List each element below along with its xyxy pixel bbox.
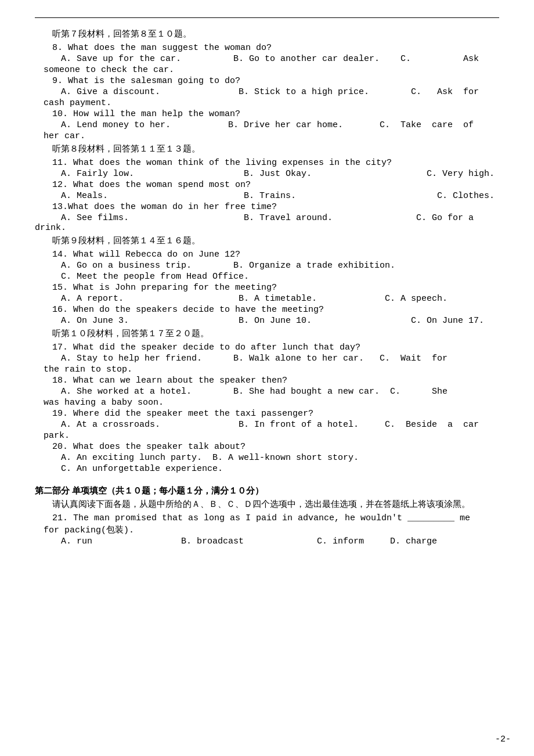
question-12-options: A. Meals. B. Trains. C. Clothes. (35, 191, 499, 201)
question-18-options: A. She worked at a hotel. B. She had bou… (35, 387, 499, 397)
question-13: 13.What does the woman do in her free ti… (35, 202, 499, 212)
question-16-options: A. On June 3. B. On June 10. C. On June … (35, 316, 499, 326)
question-14-options-row1: A. Go on a business trip. B. Organize a … (35, 261, 499, 271)
top-divider (35, 17, 499, 18)
question-10-options: A. Lend money to her. B. Drive her car h… (35, 120, 499, 130)
question-17-options: A. Stay to help her friend. B. Walk alon… (35, 354, 499, 363)
question-15: 15. What is John preparing for the meeti… (35, 283, 499, 293)
question-14: 14. What will Rebecca do on June 12? (35, 250, 499, 260)
question-21-cont: for packing(包装). (35, 524, 499, 535)
question-18-cont: was having a baby soon. (35, 398, 499, 408)
question-19-cont: park. (35, 431, 499, 441)
question-20-options-row2: C. An unforgettable experience. (35, 464, 499, 474)
section-8-header: 听第８段材料，回答第１１至１３题。 (35, 143, 499, 154)
question-19: 19. Where did the speaker meet the taxi … (35, 409, 499, 419)
question-17-cont: the rain to stop. (35, 365, 499, 375)
question-11-options: A. Fairly low. B. Just Okay. C. Very hig… (35, 169, 499, 179)
section-9-header: 听第９段材料，回答第１４至１６题。 (35, 235, 499, 246)
question-21-options: A. run B. broadcast C. inform D. charge (35, 537, 499, 546)
page-number: -2- (495, 735, 511, 744)
part2-instruction: 请认真阅读下面各题，从题中所给的Ａ、Ｂ、Ｃ、Ｄ四个选项中，选出最佳选项，并在答题… (35, 499, 499, 510)
question-20: 20. What does the speaker talk about? (35, 442, 499, 452)
question-10: 10. How will the man help the woman? (35, 109, 499, 119)
question-13-options: A. See films. B. Travel around. C. Go fo… (35, 213, 499, 233)
question-12: 12. What does the woman spend most on? (35, 180, 499, 190)
question-15-options: A. A report. B. A timetable. C. A speech… (35, 294, 499, 304)
question-8-options: A. Save up for the car. B. Go to another… (35, 54, 499, 64)
section-10-header: 听第１０段材料，回答第１７至２０题。 (35, 328, 499, 339)
question-9: 9. What is the salesman going to do? (35, 76, 499, 86)
part2-title: 第二部分 单项填空（共１０题；每小题１分，满分１０分） (35, 485, 499, 496)
part2-section: 第二部分 单项填空（共１０题；每小题１分，满分１０分） 请认真阅读下面各题，从题… (35, 485, 499, 546)
listening-section-10: 听第１０段材料，回答第１７至２０题。 17. What did the spea… (35, 328, 499, 474)
section-7-header: 听第７段材料，回答第８至１０题。 (35, 28, 499, 39)
question-11: 11. What does the woman think of the liv… (35, 158, 499, 168)
question-9-cont: cash payment. (35, 98, 499, 108)
question-10-cont: her car. (35, 131, 499, 141)
page: 听第７段材料，回答第８至１０题。 8. What does the man su… (0, 0, 534, 756)
question-9-options: A. Give a discount. B. Stick to a high p… (35, 87, 499, 97)
question-18: 18. What can we learn about the speaker … (35, 376, 499, 386)
question-16: 16. When do the speakers decide to have … (35, 305, 499, 315)
question-8-cont: someone to check the car. (35, 65, 499, 75)
question-21: 21. The man promised that as long as I p… (35, 513, 499, 523)
question-8: 8. What does the man suggest the woman d… (35, 43, 499, 53)
listening-section-8: 听第８段材料，回答第１１至１３题。 11. What does the woma… (35, 143, 499, 233)
question-19-options: A. At a crossroads. B. In front of a hot… (35, 420, 499, 430)
listening-section-7: 听第７段材料，回答第８至１０题。 8. What does the man su… (35, 28, 499, 141)
question-17: 17. What did the speaker decide to do af… (35, 343, 499, 352)
question-20-options-row1: A. An exciting lunch party. B. A well-kn… (35, 453, 499, 463)
listening-section-9: 听第９段材料，回答第１４至１６题。 14. What will Rebecca … (35, 235, 499, 326)
question-14-options-row2: C. Meet the people from Head Office. (35, 272, 499, 282)
